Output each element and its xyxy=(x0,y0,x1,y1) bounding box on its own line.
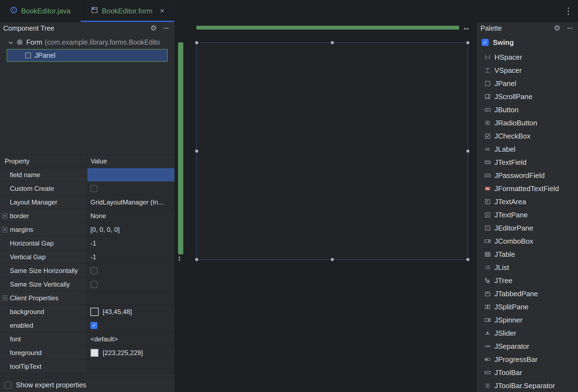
property-value[interactable]: [223,225,229] xyxy=(87,346,174,359)
property-row-layout-manager[interactable]: Layout ManagerGridLayoutManager (In... xyxy=(0,195,174,209)
palette-item-jseparator[interactable]: JSeparator xyxy=(477,340,578,353)
property-value[interactable] xyxy=(87,182,174,195)
property-value[interactable]: ✓ xyxy=(87,319,174,332)
expand-icon[interactable]: + xyxy=(2,213,7,218)
palette-item-jspinner[interactable]: JSpinner xyxy=(477,313,578,327)
selection-handle[interactable] xyxy=(195,41,198,44)
gear-icon[interactable]: ⚙ xyxy=(554,25,560,32)
property-row-background[interactable]: background[43,45,48] xyxy=(0,305,174,319)
property-name[interactable]: font xyxy=(0,332,87,346)
gear-icon[interactable]: ⚙ xyxy=(150,25,157,32)
property-value[interactable]: -1 xyxy=(87,237,174,250)
palette-item-jtextarea[interactable]: JTextArea xyxy=(477,195,578,208)
vertical-guide-bar[interactable] xyxy=(178,42,183,254)
selection-handle[interactable] xyxy=(466,258,470,261)
form-designer-canvas[interactable]: ⇔ ↕ xyxy=(175,22,476,392)
property-row-border[interactable]: +borderNone xyxy=(0,209,174,223)
property-name[interactable]: Same Size Vertically xyxy=(0,278,87,291)
property-value-checkbox[interactable] xyxy=(90,267,98,274)
palette-item-jcombobox[interactable]: JComboBox xyxy=(477,235,578,248)
property-row-horizontal-gap[interactable]: Horizontal Gap-1 xyxy=(0,237,174,250)
property-value[interactable]: -1 xyxy=(87,250,174,264)
property-row-client-properties[interactable]: +Client Properties xyxy=(0,291,174,305)
tab-bookeditor-java[interactable]: C BookEditor.java xyxy=(0,0,81,22)
palette-item-jsplitpane[interactable]: JSplitPane xyxy=(477,300,578,313)
palette-item-jbutton[interactable]: OKJButton xyxy=(477,103,578,116)
palette-item-jtable[interactable]: JTable xyxy=(477,248,578,261)
expert-properties-checkbox[interactable] xyxy=(4,382,12,389)
color-swatch[interactable] xyxy=(90,308,99,316)
palette-item-jpanel[interactable]: JPanel xyxy=(477,77,578,90)
tree-item-form[interactable]: Form (com.example.library.forms.BookEdit… xyxy=(0,36,174,48)
property-name[interactable]: Vertical Gap xyxy=(0,250,87,264)
tree-item-jpanel[interactable]: JPanel xyxy=(7,49,168,62)
property-value[interactable] xyxy=(87,264,174,277)
property-row-tooltiptext[interactable]: toolTipText xyxy=(0,360,174,373)
property-row-same-size-vertically[interactable]: Same Size Vertically xyxy=(0,278,174,291)
palette-item-jlist[interactable]: JList xyxy=(477,261,578,274)
tab-bookeditor-form[interactable]: BookEditor.form × xyxy=(81,0,174,22)
property-row-custom-create[interactable]: Custom Create xyxy=(0,182,174,195)
palette-item-jtree[interactable]: JTree xyxy=(477,274,578,287)
property-value[interactable] xyxy=(87,291,174,305)
palette-item-jlabel[interactable]: AbJLabel xyxy=(477,143,578,156)
palette-item-jtabbedpane[interactable]: JTabbedPane xyxy=(477,287,578,300)
palette-item-jtoolbar[interactable]: JToolBar xyxy=(477,366,578,379)
palette-item-jformattedtextfield[interactable]: AbJFormattedTextField xyxy=(477,182,578,195)
palette-item-jtextfield[interactable]: JTextField xyxy=(477,156,578,169)
palette-item-jprogressbar[interactable]: JProgressBar xyxy=(477,353,578,366)
property-name[interactable]: enabled xyxy=(0,319,87,332)
expand-icon[interactable]: + xyxy=(2,227,7,232)
property-row-field-name[interactable]: field name xyxy=(0,168,174,182)
palette-item-vspacer[interactable]: VSpacer xyxy=(477,64,578,77)
horizontal-guide-bar[interactable] xyxy=(196,26,459,30)
property-value-checkbox[interactable]: ✓ xyxy=(90,322,98,329)
selection-handle[interactable] xyxy=(331,41,334,44)
property-name[interactable]: toolTipText xyxy=(0,360,87,373)
property-name[interactable]: Custom Create xyxy=(0,182,87,195)
selection-handle[interactable] xyxy=(331,258,334,261)
property-name[interactable]: Layout Manager xyxy=(0,195,87,209)
palette-group-swing[interactable]: ✓ Swing xyxy=(477,36,578,49)
palette-item-jscrollpane[interactable]: JScrollPane xyxy=(477,90,578,103)
palette-item-jeditorpane[interactable]: AJEditorPane xyxy=(477,221,578,235)
property-name[interactable]: Horizontal Gap xyxy=(0,237,87,250)
minimize-icon[interactable] xyxy=(164,28,169,28)
close-icon[interactable]: × xyxy=(160,7,164,15)
expand-icon[interactable]: + xyxy=(2,295,7,301)
property-value[interactable]: <default> xyxy=(87,332,174,346)
selection-handle[interactable] xyxy=(466,41,470,44)
property-row-font[interactable]: font<default> xyxy=(0,332,174,346)
property-name[interactable]: +border xyxy=(0,209,87,223)
property-name[interactable]: Same Size Horizontally xyxy=(0,264,87,277)
property-row-foreground[interactable]: foreground[223,225,229] xyxy=(0,346,174,360)
property-row-vertical-gap[interactable]: Vertical Gap-1 xyxy=(0,250,174,264)
property-value[interactable] xyxy=(87,168,174,181)
property-row-enabled[interactable]: enabled✓ xyxy=(0,319,174,332)
property-value[interactable] xyxy=(87,360,174,373)
property-name[interactable]: +margins xyxy=(0,223,87,236)
property-value[interactable]: GridLayoutManager (In... xyxy=(87,195,174,209)
palette-item-jradiobutton[interactable]: JRadioButton xyxy=(477,116,578,129)
property-value-checkbox[interactable] xyxy=(90,185,98,192)
chevron-down-icon[interactable] xyxy=(8,40,13,44)
palette-item-jtextpane[interactable]: AJTextPane xyxy=(477,208,578,221)
property-name[interactable]: +Client Properties xyxy=(0,291,87,305)
kebab-menu-icon[interactable]: ⋮ xyxy=(559,0,578,22)
selection-handle[interactable] xyxy=(466,149,470,153)
property-name[interactable]: field name xyxy=(0,168,87,181)
selection-handle[interactable] xyxy=(195,149,198,153)
property-row-margins[interactable]: +margins[0, 0, 0, 0] xyxy=(0,223,174,237)
minimize-icon[interactable] xyxy=(567,28,573,28)
property-value[interactable] xyxy=(87,278,174,291)
property-name[interactable]: foreground xyxy=(0,346,87,359)
palette-item-jslider[interactable]: JSlider xyxy=(477,327,578,340)
swing-group-checkbox[interactable]: ✓ xyxy=(482,39,489,46)
property-name[interactable]: background xyxy=(0,305,87,318)
selected-jpanel-on-canvas[interactable] xyxy=(196,42,468,260)
palette-item-jcheckbox[interactable]: JCheckBox xyxy=(477,129,578,143)
property-value[interactable]: [0, 0, 0, 0] xyxy=(87,223,174,236)
expert-properties-toggle[interactable]: Show expert properties xyxy=(0,378,174,392)
palette-item-hspacer[interactable]: HSpacer xyxy=(477,51,578,64)
property-row-same-size-horizontally[interactable]: Same Size Horizontally xyxy=(0,264,174,278)
